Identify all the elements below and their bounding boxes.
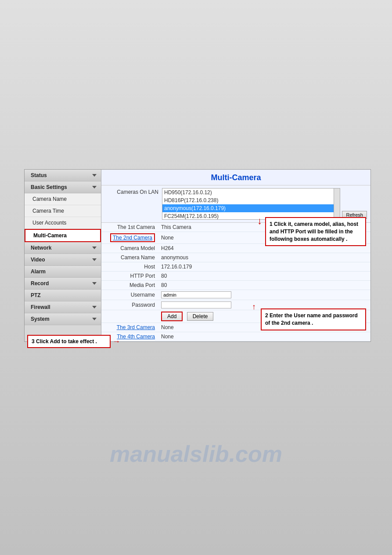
fourth-camera-value: None [158, 332, 370, 341]
sidebar-network-label: Network [31, 245, 51, 251]
add-button[interactable]: Add [161, 312, 183, 321]
chevron-down-icon [92, 174, 97, 177]
down-arrow-icon: ↓ [257, 214, 262, 228]
sidebar-item-video[interactable]: Video [25, 254, 101, 266]
scrollbar[interactable] [334, 189, 340, 219]
sidebar-item-basic-settings[interactable]: Basic Settings [25, 181, 101, 193]
camera-name-value: anonymous [158, 253, 370, 262]
annotation1-text: 1 Click it, camera model, alias, host an… [270, 221, 358, 242]
http-port-label: HTTP Port [101, 272, 158, 281]
http-port-value: 80 [158, 272, 370, 281]
annotation-box-2: 2 Enter the User name and password of th… [261, 308, 366, 330]
sidebar-item-camera-time[interactable]: Camera Time [25, 205, 101, 217]
username-row: Username [101, 290, 370, 300]
sidebar-item-firewall[interactable]: Firewall [25, 301, 101, 313]
http-port-row: HTTP Port 80 [101, 272, 370, 281]
cameras-on-lan-label: Cameras On LAN [105, 188, 162, 195]
host-value: 172.16.0.179 [158, 262, 370, 272]
sidebar-record-label: Record [31, 280, 49, 287]
camera-entry-2[interactable]: HD816P(172.16.0.238) [162, 196, 340, 204]
media-port-row: Media Port 80 [101, 281, 370, 290]
camera-model-label: Camera Model [101, 244, 158, 253]
page-title: Multi-Camera [101, 170, 370, 185]
username-field-cell [158, 290, 370, 300]
sidebar-item-network[interactable]: Network [25, 242, 101, 254]
chevron-down-icon [92, 186, 97, 189]
sidebar-item-ptz[interactable]: PTZ [25, 290, 101, 301]
chevron-down-icon [92, 306, 97, 308]
sidebar-ptz-label: PTZ [31, 292, 41, 298]
second-camera-link[interactable]: The 2nd Camera [110, 233, 155, 242]
right-arrow-icon: → [112, 337, 120, 346]
chevron-down-icon [92, 258, 97, 261]
media-port-label: Media Port [101, 281, 158, 290]
camera-name-field-label: Camera Name [101, 253, 158, 262]
second-camera-label: The 2nd Camera [101, 232, 158, 244]
sidebar-item-user-accounts[interactable]: User Accounts [25, 217, 101, 229]
page-wrapper: manualslib.com Status Basic Settings Cam… [0, 0, 392, 555]
cameras-on-lan-row: Cameras On LAN HD950(172.16.0.12) HD816P… [105, 188, 367, 220]
sidebar: Status Basic Settings Camera Name Camera… [25, 170, 101, 341]
up-arrow-icon: ↑ [252, 301, 256, 312]
camera-entry-3[interactable]: anonymous(172.16.0.179) [162, 204, 340, 212]
sidebar-firewall-label: Firewall [31, 304, 50, 310]
sidebar-system-label: System [31, 316, 50, 322]
chevron-down-icon [92, 282, 97, 285]
fourth-camera-row: The 4th Camera None [101, 332, 370, 341]
content-area: Multi-Camera Cameras On LAN HD950(172.16… [101, 170, 370, 341]
sidebar-item-record[interactable]: Record [25, 278, 101, 290]
sidebar-item-alarm[interactable]: Alarm [25, 266, 101, 278]
host-row: Host 172.16.0.179 [101, 262, 370, 272]
sidebar-item-status[interactable]: Status [25, 170, 101, 181]
sidebar-item-system[interactable]: System [25, 313, 101, 325]
third-camera-label: The 3rd Camera [101, 323, 158, 332]
sidebar-basic-settings-label: Basic Settings [31, 184, 67, 190]
fourth-camera-link[interactable]: The 4th Camera [117, 334, 155, 340]
username-input[interactable] [161, 291, 231, 298]
host-label: Host [101, 262, 158, 272]
password-label: Password [101, 300, 158, 310]
password-input[interactable] [161, 301, 231, 308]
chevron-down-icon [92, 318, 97, 320]
sidebar-camera-name-label: Camera Name [32, 196, 67, 202]
sidebar-video-label: Video [31, 257, 45, 263]
annotation-box-1: 1 Click it, camera model, alias, host an… [265, 217, 366, 246]
annotation3-text: 3 Click Add to take effect . [32, 338, 97, 345]
sidebar-item-camera-name[interactable]: Camera Name [25, 193, 101, 205]
third-camera-link[interactable]: The 3rd Camera [117, 324, 155, 330]
chevron-down-icon [92, 247, 97, 249]
main-container: Status Basic Settings Camera Name Camera… [24, 169, 371, 342]
annotation2-text: 2 Enter the User name and password of th… [265, 312, 358, 326]
watermark: manualslib.com [110, 441, 282, 467]
sidebar-item-multi-camera[interactable]: Multi-Camera [25, 229, 101, 242]
media-port-value: 80 [158, 281, 370, 290]
sidebar-status-label: Status [31, 172, 47, 178]
first-camera-label: The 1st Camera [101, 223, 158, 232]
annotation-box-3: 3 Click Add to take effect . → [27, 335, 111, 348]
sidebar-camera-time-label: Camera Time [32, 208, 64, 214]
sidebar-multi-camera-label: Multi-Camera [33, 232, 67, 239]
delete-button[interactable]: Delete [187, 312, 214, 321]
sidebar-user-accounts-label: User Accounts [32, 220, 66, 226]
sidebar-alarm-label: Alarm [31, 268, 46, 275]
camera-name-row: Camera Name anonymous [101, 253, 370, 262]
action-buttons-label [101, 310, 158, 323]
camera-entry-1[interactable]: HD950(172.16.0.12) [162, 189, 340, 196]
username-label: Username [101, 290, 158, 300]
